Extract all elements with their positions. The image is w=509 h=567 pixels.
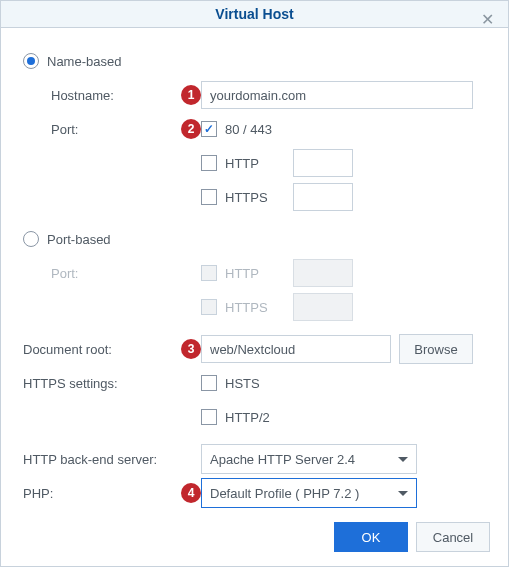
port-based-radio[interactable] xyxy=(23,231,39,247)
dialog-content: Name-based Hostname: 1 Port: 2 80 / 443 xyxy=(1,28,508,522)
port-https-port-input xyxy=(293,293,353,321)
port-http-checkbox xyxy=(201,265,217,281)
docroot-label: Document root: xyxy=(23,342,112,357)
hsts-label: HSTS xyxy=(225,376,260,391)
port-any-checkbox[interactable] xyxy=(201,121,217,137)
backend-value: Apache HTTP Server 2.4 xyxy=(210,452,355,467)
backend-select[interactable]: Apache HTTP Server 2.4 xyxy=(201,444,417,474)
port-any-label: 80 / 443 xyxy=(225,122,272,137)
port-https-label: HTTPS xyxy=(225,300,285,315)
dialog-footer: OK Cancel xyxy=(1,522,508,566)
name-based-radio[interactable] xyxy=(23,53,39,69)
badge-3: 3 xyxy=(181,339,201,359)
name-https-label: HTTPS xyxy=(225,190,285,205)
name-https-checkbox[interactable] xyxy=(201,189,217,205)
php-value: Default Profile ( PHP 7.2 ) xyxy=(210,486,359,501)
port-based-label: Port-based xyxy=(47,232,111,247)
port-http-port-input xyxy=(293,259,353,287)
virtual-host-dialog: Virtual Host ✕ Name-based Hostname: 1 Po… xyxy=(0,0,509,567)
dialog-title: Virtual Host xyxy=(215,6,293,22)
name-http-label: HTTP xyxy=(225,156,285,171)
hostname-label: Hostname: xyxy=(51,88,114,103)
badge-2: 2 xyxy=(181,119,201,139)
php-select[interactable]: Default Profile ( PHP 7.2 ) xyxy=(201,478,417,508)
chevron-down-icon xyxy=(398,457,408,462)
http2-label: HTTP/2 xyxy=(225,410,270,425)
http2-checkbox[interactable] xyxy=(201,409,217,425)
port-based-port-label: Port: xyxy=(51,266,78,281)
backend-label: HTTP back-end server: xyxy=(23,452,157,467)
hsts-checkbox[interactable] xyxy=(201,375,217,391)
cancel-button[interactable]: Cancel xyxy=(416,522,490,552)
titlebar: Virtual Host ✕ xyxy=(1,1,508,28)
name-http-port-input[interactable] xyxy=(293,149,353,177)
port-http-label: HTTP xyxy=(225,266,285,281)
php-label: PHP: xyxy=(23,486,53,501)
badge-4: 4 xyxy=(181,483,201,503)
chevron-down-icon xyxy=(398,491,408,496)
name-based-label: Name-based xyxy=(47,54,121,69)
port-https-checkbox xyxy=(201,299,217,315)
browse-button[interactable]: Browse xyxy=(399,334,473,364)
name-https-port-input[interactable] xyxy=(293,183,353,211)
hostname-input[interactable] xyxy=(201,81,473,109)
ok-button[interactable]: OK xyxy=(334,522,408,552)
https-settings-label: HTTPS settings: xyxy=(23,376,118,391)
port-label: Port: xyxy=(51,122,78,137)
name-http-checkbox[interactable] xyxy=(201,155,217,171)
badge-1: 1 xyxy=(181,85,201,105)
close-icon[interactable]: ✕ xyxy=(476,9,498,31)
docroot-input[interactable] xyxy=(201,335,391,363)
